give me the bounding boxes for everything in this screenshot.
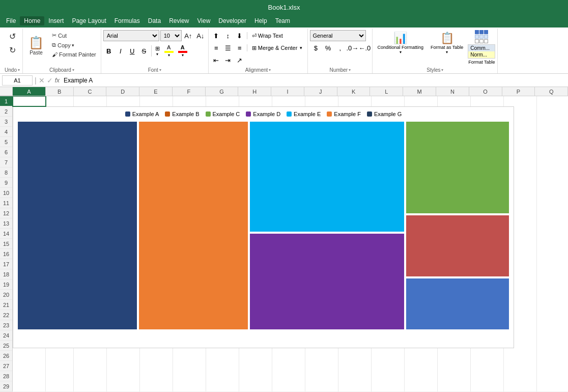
row-header-4[interactable]: 4: [0, 127, 12, 137]
cell-K26[interactable]: [338, 351, 372, 361]
cell-K27[interactable]: [338, 361, 372, 371]
borders-button[interactable]: ⊞ ▾: [153, 44, 162, 58]
row-header-10[interactable]: 10: [0, 188, 12, 198]
merge-dropdown-icon[interactable]: ▾: [300, 45, 302, 50]
cell-C27[interactable]: [74, 361, 107, 371]
row-header-7[interactable]: 7: [0, 157, 12, 167]
style-norm[interactable]: Norm...: [468, 51, 495, 58]
cell-L1[interactable]: [372, 96, 405, 106]
row-header-18[interactable]: 18: [0, 269, 12, 279]
cell-I1[interactable]: [272, 96, 305, 106]
cell-M27[interactable]: [405, 361, 438, 371]
cell-Q16[interactable]: [537, 249, 568, 259]
format-table-dropdown[interactable]: ▾: [446, 50, 448, 54]
styles-expand-icon[interactable]: ▾: [441, 68, 443, 72]
cell-N1[interactable]: [438, 96, 471, 106]
font-color-dropdown[interactable]: ▾: [182, 53, 184, 58]
cell-J27[interactable]: [305, 361, 338, 371]
col-header-H[interactable]: H: [238, 87, 271, 96]
col-header-E[interactable]: E: [139, 87, 173, 96]
alignment-expand-icon[interactable]: ▾: [269, 68, 271, 72]
font-size-select[interactable]: 1011121416: [160, 30, 182, 41]
col-header-B[interactable]: B: [46, 87, 74, 96]
cell-Q3[interactable]: [537, 117, 568, 127]
cell-D1[interactable]: [107, 96, 140, 106]
cell-Q26[interactable]: [537, 351, 568, 361]
row-header-5[interactable]: 5: [0, 137, 12, 147]
confirm-formula-icon[interactable]: ✓: [47, 76, 53, 85]
row-header-16[interactable]: 16: [0, 249, 12, 259]
cell-B29[interactable]: [46, 381, 74, 391]
orientation-button[interactable]: ↗: [234, 54, 245, 66]
align-right-button[interactable]: ≡: [234, 42, 245, 53]
cell-Q29[interactable]: [537, 381, 568, 391]
cell-Q13[interactable]: [537, 218, 568, 229]
treemap-segment-F[interactable]: [406, 215, 509, 277]
cell-Q8[interactable]: [537, 167, 568, 178]
row-header-26[interactable]: 26: [0, 351, 12, 361]
cell-M28[interactable]: [405, 371, 438, 381]
comma-button[interactable]: ,: [334, 42, 346, 53]
treemap-segment-C[interactable]: [406, 121, 509, 214]
cell-Q17[interactable]: [537, 259, 568, 269]
menu-developer[interactable]: Developer: [214, 16, 250, 25]
cell-Q22[interactable]: [537, 310, 568, 320]
cell-H26[interactable]: [239, 351, 272, 361]
cell-G28[interactable]: [206, 371, 239, 381]
cell-P26[interactable]: [504, 351, 537, 361]
corner-cell[interactable]: [0, 87, 13, 96]
treemap-segment-E[interactable]: [249, 121, 405, 232]
cell-Q27[interactable]: [537, 361, 568, 371]
cell-E1[interactable]: [140, 96, 173, 106]
merge-center-button[interactable]: ⊞ Merge & Center ▾: [249, 42, 306, 53]
cell-F29[interactable]: [173, 381, 206, 391]
col-header-C[interactable]: C: [74, 87, 107, 96]
cell-Q1[interactable]: [537, 96, 568, 106]
col-header-A[interactable]: A: [13, 87, 46, 96]
cell-J1[interactable]: [305, 96, 338, 106]
cell-Q25[interactable]: [537, 341, 568, 351]
cell-Q20[interactable]: [537, 290, 568, 300]
treemap-segment-G[interactable]: [406, 278, 509, 330]
undo-button[interactable]: ↺: [4, 30, 20, 43]
row-header-8[interactable]: 8: [0, 167, 12, 178]
cell-Q6[interactable]: [537, 147, 568, 157]
cell-Q23[interactable]: [537, 320, 568, 330]
row-header-27[interactable]: 27: [0, 361, 12, 371]
cell-P29[interactable]: [504, 381, 537, 391]
cell-D29[interactable]: [107, 381, 140, 391]
cell-F1[interactable]: [173, 96, 206, 106]
menu-data[interactable]: Data: [144, 16, 165, 25]
menu-insert[interactable]: Insert: [44, 16, 68, 25]
cell-F26[interactable]: [173, 351, 206, 361]
col-header-M[interactable]: M: [403, 87, 436, 96]
cell-B28[interactable]: [46, 371, 74, 381]
cell-M26[interactable]: [405, 351, 438, 361]
cell-H1[interactable]: [239, 96, 272, 106]
cell-C1[interactable]: [74, 96, 107, 106]
row-header-25[interactable]: 25: [0, 341, 12, 351]
row-header-3[interactable]: 3: [0, 117, 12, 127]
font-name-select[interactable]: Arial Calibri Times New Roman: [103, 30, 159, 41]
cell-Q15[interactable]: [537, 239, 568, 249]
format-as-table-button[interactable]: 📋 Format as Table ▾: [428, 30, 466, 56]
col-header-Q[interactable]: Q: [535, 87, 568, 96]
align-top-button[interactable]: ⬆: [211, 30, 222, 41]
cell-L26[interactable]: [372, 351, 405, 361]
menu-review[interactable]: Review: [165, 16, 193, 25]
cell-A28[interactable]: [13, 371, 46, 381]
col-header-K[interactable]: K: [337, 87, 371, 96]
menu-formulas[interactable]: Formulas: [110, 16, 144, 25]
cell-H27[interactable]: [239, 361, 272, 371]
cell-H29[interactable]: [239, 381, 272, 391]
cell-E27[interactable]: [140, 361, 173, 371]
col-header-D[interactable]: D: [106, 87, 139, 96]
cell-O27[interactable]: [471, 361, 504, 371]
row-header-23[interactable]: 23: [0, 320, 12, 330]
cell-K1[interactable]: [338, 96, 372, 106]
col-header-I[interactable]: I: [271, 87, 304, 96]
cell-M29[interactable]: [405, 381, 438, 391]
cell-J28[interactable]: [305, 371, 338, 381]
cell-Q10[interactable]: [537, 188, 568, 198]
bold-button[interactable]: B: [103, 45, 115, 57]
